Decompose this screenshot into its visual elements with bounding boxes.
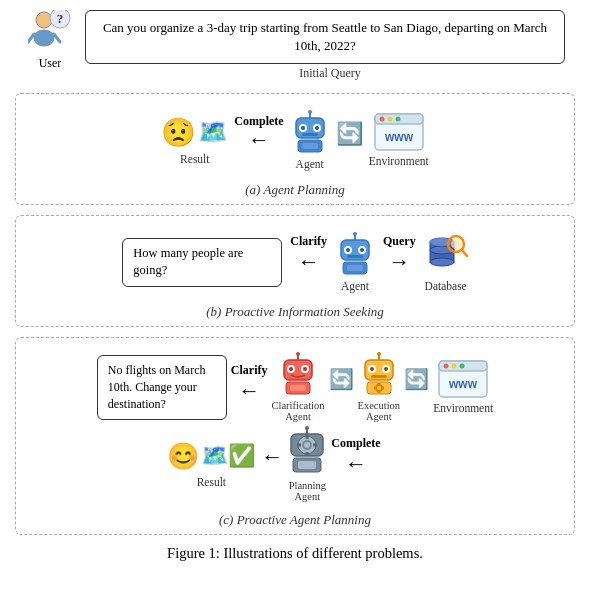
happy-face-icon: 😊 xyxy=(167,441,199,472)
svg-point-0 xyxy=(36,12,52,28)
svg-point-45 xyxy=(289,367,293,371)
query-label-b: Query xyxy=(383,234,416,249)
environment-group-a: www Environment xyxy=(369,113,429,167)
initial-query-label: Initial Query xyxy=(299,66,361,81)
figure-caption-text: Figure 1: Illustrations of different pro… xyxy=(167,545,423,561)
svg-point-34 xyxy=(430,258,454,266)
clarify-arrow-c: Clarify ← xyxy=(231,363,268,404)
svg-text:?: ? xyxy=(57,11,64,26)
svg-point-23 xyxy=(353,232,357,236)
svg-rect-15 xyxy=(302,143,318,149)
svg-point-7 xyxy=(308,110,312,114)
clarify-label-c: Clarify xyxy=(231,363,268,378)
query-arrow-b: Query → xyxy=(383,234,416,275)
panel-b-content: How many people are going? Clarify ← Age… xyxy=(31,226,559,298)
svg-rect-77 xyxy=(306,452,309,456)
svg-rect-48 xyxy=(290,385,306,391)
svg-rect-56 xyxy=(371,375,387,378)
clarify-bubble: How many people are going? xyxy=(122,238,282,287)
complete-label-c: Complete xyxy=(331,436,380,451)
svg-rect-76 xyxy=(306,435,309,439)
result-label-c: Result xyxy=(197,476,226,488)
svg-line-3 xyxy=(54,34,60,42)
query-right: Can you organize a 3-day trip starting f… xyxy=(85,10,565,81)
svg-point-38 xyxy=(451,239,461,249)
panel-b-caption: (b) Proactive Information Seeking xyxy=(31,304,559,320)
cycle-arrow-c1: 🔄 xyxy=(329,367,354,391)
user-label: User xyxy=(39,56,62,71)
planning-agent-group: PlanningAgent xyxy=(285,426,329,502)
result-group-a: 😟 🗺️ Result xyxy=(161,116,228,165)
panel-c-caption: (c) Proactive Agent Planning xyxy=(31,512,559,528)
environment-label-a: Environment xyxy=(369,155,429,167)
execution-agent-group: ExecutionAgent xyxy=(358,352,401,422)
svg-line-39 xyxy=(462,250,467,256)
svg-point-28 xyxy=(360,248,364,252)
panel-c: No flights on March 10th. Change your de… xyxy=(15,337,575,535)
svg-point-50 xyxy=(377,352,381,356)
browser-icon-a: www xyxy=(374,113,424,151)
svg-rect-81 xyxy=(298,461,316,469)
clarification-agent-label: ClarificationAgent xyxy=(271,400,324,422)
environment-group-c: www Environment xyxy=(433,360,493,414)
svg-rect-63 xyxy=(381,387,384,390)
query-bubble: Can you organize a 3-day trip starting f… xyxy=(85,10,565,64)
execution-agent-label: ExecutionAgent xyxy=(358,400,401,422)
result-group-c: 😊 🗺️✅ Result xyxy=(167,441,255,488)
svg-rect-31 xyxy=(347,265,363,271)
svg-rect-13 xyxy=(302,133,318,136)
no-flight-bubble: No flights on March 10th. Change your de… xyxy=(97,355,227,419)
figure-caption: Figure 1: Illustrations of different pro… xyxy=(15,545,575,562)
browser-icon-c: www xyxy=(438,360,488,398)
svg-point-46 xyxy=(303,367,307,371)
clarification-agent-group: ClarificationAgent xyxy=(271,352,324,422)
result-label-a: Result xyxy=(180,153,209,165)
database-label-b: Database xyxy=(425,280,467,292)
svg-point-68 xyxy=(460,364,465,369)
panel-c-top: No flights on March 10th. Change your de… xyxy=(31,352,559,422)
svg-line-2 xyxy=(28,34,34,42)
database-icon xyxy=(424,232,468,276)
agent-robot-b-icon xyxy=(335,232,375,276)
svg-point-41 xyxy=(296,352,300,356)
svg-rect-61 xyxy=(377,390,380,393)
svg-rect-79 xyxy=(313,444,317,447)
complete-arrow: Complete ← xyxy=(234,114,283,151)
result-map-c-icon: 🗺️✅ xyxy=(201,443,255,469)
svg-point-12 xyxy=(315,126,319,130)
cycle-arrow-c2: 🔄 xyxy=(404,367,429,391)
svg-point-19 xyxy=(387,117,392,122)
svg-point-27 xyxy=(346,248,350,252)
user-icon: ? xyxy=(28,10,72,54)
svg-point-55 xyxy=(384,367,388,371)
svg-point-20 xyxy=(395,117,400,122)
svg-point-71 xyxy=(305,426,309,430)
environment-label-c: Environment xyxy=(433,402,493,414)
result-arrow-c: ← xyxy=(261,444,283,470)
bubble-text-c: No flights on March 10th. Change your de… xyxy=(108,363,206,411)
svg-rect-78 xyxy=(297,444,301,447)
result-map-icon: 🗺️ xyxy=(198,118,228,146)
svg-rect-62 xyxy=(374,387,377,390)
panel-a-caption: (a) Agent Planning xyxy=(31,182,559,198)
svg-text:www: www xyxy=(448,377,478,391)
agent-group-a: Agent xyxy=(290,110,330,170)
svg-point-75 xyxy=(304,442,310,448)
svg-text:www: www xyxy=(384,130,414,144)
agent-label-b: Agent xyxy=(341,280,369,292)
worried-face-icon: 😟 xyxy=(161,116,196,149)
agent-label-a: Agent xyxy=(296,158,324,170)
cycle-arrow-a: 🔄 xyxy=(336,121,363,147)
clarify-label-b: Clarify xyxy=(290,234,327,249)
panel-a: 😟 🗺️ Result Complete ← xyxy=(15,93,575,205)
panel-c-content: No flights on March 10th. Change your de… xyxy=(31,348,559,506)
database-group-b: Database xyxy=(424,232,468,292)
clarification-agent-icon xyxy=(278,352,318,396)
clarify-arrow-b: Clarify ← xyxy=(290,234,327,275)
planning-agent-icon xyxy=(285,426,329,476)
execution-agent-icon xyxy=(359,352,399,396)
query-text: Can you organize a 3-day trip starting f… xyxy=(103,20,547,53)
agent-group-b: Agent xyxy=(335,232,375,292)
svg-point-11 xyxy=(301,126,305,130)
planning-agent-label: PlanningAgent xyxy=(289,480,326,502)
